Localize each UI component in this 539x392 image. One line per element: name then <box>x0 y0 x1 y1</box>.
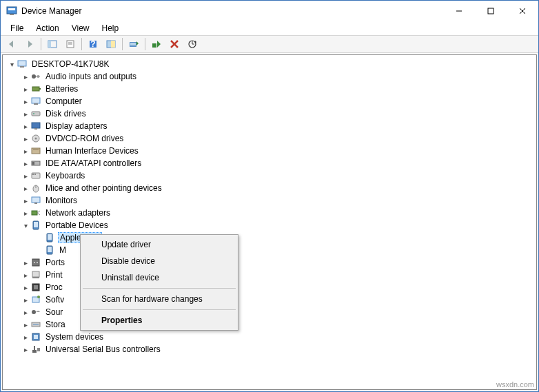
tree-category[interactable]: ▸Mice and other pointing devices <box>19 182 533 194</box>
expand-icon[interactable]: ▸ <box>21 344 30 354</box>
tree-category-label: Mice and other pointing devices <box>44 183 163 193</box>
tree-category[interactable]: ▸Computer <box>19 95 533 107</box>
device-category-icon <box>30 282 41 293</box>
tree-category[interactable]: ▸Batteries <box>19 83 533 95</box>
device-category-icon <box>30 71 41 82</box>
computer-icon <box>17 59 28 70</box>
tree-category[interactable]: ▸Network adapters <box>19 207 533 219</box>
svg-rect-67 <box>37 348 40 351</box>
minimize-button[interactable] <box>443 1 475 21</box>
expand-icon[interactable]: ▸ <box>21 295 30 305</box>
expand-icon[interactable]: ▸ <box>21 96 30 106</box>
tree-category-label: Disk drives <box>44 109 88 118</box>
cm-scan-hardware[interactable]: Scan for hardware changes <box>82 291 236 307</box>
tree-category[interactable]: ▾Portable Devices <box>19 219 533 231</box>
properties-button[interactable] <box>62 37 79 52</box>
collapse-icon[interactable]: ▾ <box>7 59 17 69</box>
menu-help[interactable]: Help <box>96 22 125 34</box>
svg-rect-46 <box>32 211 37 215</box>
cm-disable-device[interactable]: Disable device <box>82 253 236 269</box>
tree-category[interactable]: ▸System devices <box>19 331 533 343</box>
cm-uninstall-device[interactable]: Uninstall device <box>82 269 236 286</box>
menu-view[interactable]: View <box>66 22 95 34</box>
expand-icon[interactable]: ▸ <box>21 258 30 267</box>
tree-category-label: Portable Devices <box>44 220 110 230</box>
cm-update-driver[interactable]: Update driver <box>82 236 236 253</box>
tree-category[interactable]: ▸Audio inputs and outputs <box>19 70 533 83</box>
svg-point-55 <box>37 262 38 263</box>
tree-category[interactable]: ▸DVD/CD-ROM drives <box>19 132 533 145</box>
enable-button[interactable] <box>148 37 165 52</box>
scan-hardware-button[interactable] <box>125 37 142 52</box>
help-button[interactable]: ? <box>85 37 101 52</box>
expand-icon[interactable]: ▸ <box>21 146 30 156</box>
cm-properties[interactable]: Properties <box>82 312 236 329</box>
svg-rect-27 <box>32 98 40 103</box>
svg-rect-35 <box>32 148 40 154</box>
svg-rect-59 <box>34 285 38 289</box>
expand-icon[interactable]: ▸ <box>21 183 30 193</box>
svg-point-54 <box>34 262 35 263</box>
svg-rect-56 <box>32 271 39 277</box>
back-button[interactable] <box>3 37 20 52</box>
toolbar: ? <box>1 35 538 53</box>
expand-icon[interactable]: ▸ <box>21 109 30 118</box>
tree-category-label: Softv <box>44 295 65 305</box>
cm-separator <box>83 288 236 289</box>
menubar: File Action View Help <box>1 21 538 35</box>
watermark: wsxdn.com <box>496 380 534 389</box>
collapse-icon[interactable]: ▾ <box>21 220 30 230</box>
toolbar-icon[interactable] <box>103 37 119 52</box>
device-category-icon <box>30 344 41 355</box>
tree-category-label: Display adapters <box>44 121 108 131</box>
svg-rect-40 <box>32 174 34 175</box>
expand-icon[interactable]: ▸ <box>21 270 30 280</box>
tree-category[interactable]: ▸Monitors <box>19 194 533 207</box>
tree-category[interactable]: ▸Human Interface Devices <box>19 145 533 157</box>
show-hide-tree-button[interactable] <box>44 37 61 52</box>
expand-icon[interactable]: ▸ <box>21 72 30 81</box>
toolbar-separator <box>145 38 145 50</box>
expand-icon[interactable]: ▸ <box>21 171 30 180</box>
svg-rect-48 <box>34 222 38 227</box>
svg-rect-52 <box>48 247 52 252</box>
expand-icon[interactable]: ▸ <box>21 158 30 168</box>
tree-category[interactable]: ▸Disk drives <box>19 107 533 120</box>
uninstall-button[interactable] <box>166 37 183 52</box>
maximize-button[interactable] <box>475 1 507 21</box>
expand-icon[interactable]: ▸ <box>21 282 30 292</box>
svg-rect-45 <box>34 203 37 204</box>
tree-root[interactable]: ▾ DESKTOP-41K7U8K <box>6 58 533 70</box>
expand-icon[interactable]: ▸ <box>21 121 30 131</box>
svg-rect-23 <box>20 66 24 68</box>
svg-rect-18 <box>152 43 156 48</box>
tree-category[interactable]: ▸Keyboards <box>19 169 533 182</box>
expand-icon[interactable]: ▸ <box>21 307 30 317</box>
expand-icon[interactable]: ▸ <box>21 84 30 94</box>
cm-separator <box>83 309 236 310</box>
tree-category-label: Network adapters <box>44 208 112 218</box>
menu-action[interactable]: Action <box>30 22 64 34</box>
svg-point-24 <box>32 74 36 79</box>
svg-text:?: ? <box>90 39 95 49</box>
device-tree-pane[interactable]: ▾ DESKTOP-41K7U8K ▸Audio inputs and outp… <box>2 54 537 390</box>
tree-category-label: Proc <box>44 282 64 292</box>
expand-icon[interactable]: ▸ <box>21 134 30 143</box>
device-category-icon <box>30 158 41 169</box>
update-driver-button[interactable] <box>184 37 201 52</box>
window-buttons <box>443 1 538 21</box>
toolbar-separator <box>81 38 82 50</box>
tree-category-label: System devices <box>44 332 105 342</box>
svg-rect-4 <box>488 8 494 14</box>
expand-icon[interactable]: ▸ <box>21 332 30 342</box>
menu-file[interactable]: File <box>5 22 29 34</box>
tree-category[interactable]: ▸IDE ATA/ATAPI controllers <box>19 157 533 169</box>
expand-icon[interactable]: ▸ <box>21 320 30 329</box>
expand-icon[interactable]: ▸ <box>21 196 30 205</box>
tree-category[interactable]: ▸Universal Serial Bus controllers <box>19 343 533 355</box>
forward-button[interactable] <box>21 37 38 52</box>
tree-category[interactable]: ▸Display adapters <box>19 120 533 132</box>
expand-icon[interactable]: ▸ <box>21 208 30 218</box>
close-button[interactable] <box>507 1 538 21</box>
svg-rect-29 <box>32 112 40 116</box>
